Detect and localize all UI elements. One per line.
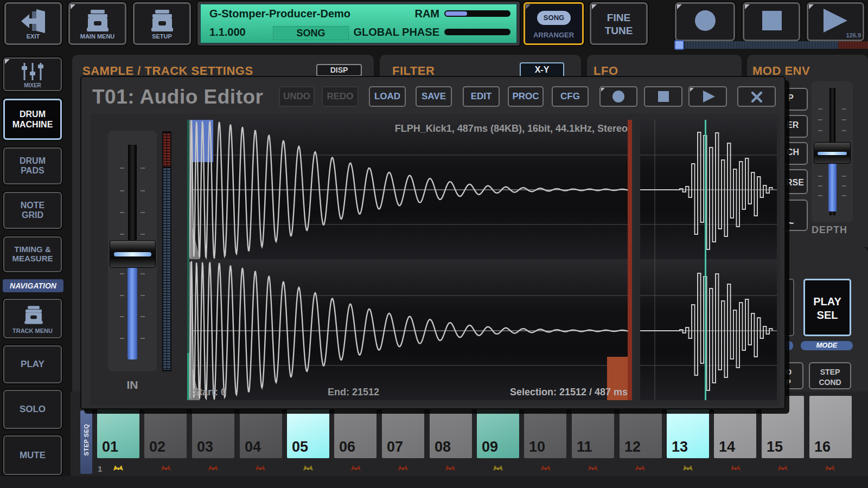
svg-text:End: 21512: End: 21512	[328, 387, 379, 397]
svg-text:Selection: 21512 / 487 ms: Selection: 21512 / 487 ms	[510, 387, 628, 397]
svg-text:FLPH_Kick1, 487ms (84KB), 16bi: FLPH_Kick1, 487ms (84KB), 16bit, 44.1kHz…	[395, 123, 628, 134]
svg-text:Start: 0: Start: 0	[193, 387, 226, 397]
